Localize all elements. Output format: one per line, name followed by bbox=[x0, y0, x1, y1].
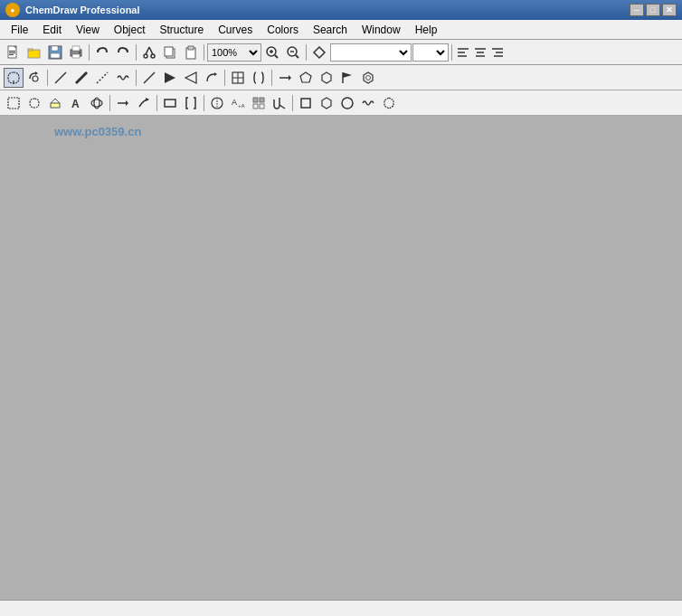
polygon-tool[interactable] bbox=[358, 68, 378, 88]
arrow-tool[interactable] bbox=[113, 93, 133, 113]
align-right-button[interactable] bbox=[489, 43, 506, 62]
bold-line-tool[interactable] bbox=[71, 68, 91, 88]
menu-search[interactable]: Search bbox=[306, 22, 355, 38]
svg-line-29 bbox=[296, 55, 298, 58]
menu-bar: File Edit View Object Structure Curves C… bbox=[0, 20, 682, 40]
zoom-select[interactable]: 100% 50% 75% 150% 200% bbox=[207, 43, 261, 62]
new-button[interactable] bbox=[4, 43, 24, 62]
zoom-in-button[interactable] bbox=[262, 43, 282, 62]
pentagon-tool[interactable] bbox=[296, 68, 316, 88]
redo-button[interactable] bbox=[113, 43, 133, 62]
sep-t3-3 bbox=[204, 95, 204, 111]
print-button[interactable] bbox=[66, 43, 86, 62]
svg-marker-85 bbox=[384, 98, 393, 109]
resize-text-tool[interactable]: A+A bbox=[228, 93, 248, 113]
svg-marker-42 bbox=[35, 71, 38, 75]
wave-tool[interactable] bbox=[358, 93, 378, 113]
svg-point-16 bbox=[144, 54, 147, 58]
separator1 bbox=[89, 44, 90, 61]
menu-file[interactable]: File bbox=[4, 22, 35, 38]
copy-button[interactable] bbox=[160, 43, 180, 62]
svg-line-19 bbox=[149, 47, 153, 54]
lasso-select-tool[interactable] bbox=[4, 68, 24, 88]
svg-marker-83 bbox=[322, 98, 331, 109]
cut-button[interactable] bbox=[139, 43, 159, 62]
rect-select-tool[interactable] bbox=[4, 93, 24, 113]
hexagon-tool[interactable] bbox=[317, 68, 336, 88]
menu-help[interactable]: Help bbox=[408, 22, 445, 38]
single-bond-tool[interactable] bbox=[139, 68, 159, 88]
size-dropdown[interactable] bbox=[412, 43, 449, 62]
svg-line-65 bbox=[55, 99, 60, 103]
svg-rect-11 bbox=[72, 46, 80, 51]
zoom-out-button[interactable] bbox=[283, 43, 303, 62]
reaction-arrow-tool[interactable] bbox=[275, 68, 295, 88]
wavy-line-tool[interactable] bbox=[113, 68, 133, 88]
menu-edit[interactable]: Edit bbox=[35, 22, 69, 38]
sep-t2-2 bbox=[136, 70, 137, 86]
svg-marker-59 bbox=[343, 72, 352, 78]
svg-line-47 bbox=[144, 72, 155, 83]
close-button[interactable]: ✕ bbox=[662, 4, 677, 16]
circle-tool[interactable] bbox=[337, 93, 357, 113]
minimize-button[interactable]: ─ bbox=[630, 4, 644, 16]
canvas-area[interactable]: www.pc0359.cn bbox=[0, 116, 682, 600]
paste-button[interactable] bbox=[181, 43, 201, 62]
menu-colors[interactable]: Colors bbox=[260, 22, 306, 38]
align-center-button[interactable] bbox=[472, 43, 488, 62]
down-wedge-tool[interactable] bbox=[181, 68, 201, 88]
hex-bracket-tool[interactable] bbox=[379, 93, 399, 113]
diamond-icon[interactable] bbox=[309, 43, 329, 62]
rect-tool[interactable] bbox=[160, 93, 180, 113]
drawing-toolbar-1 bbox=[0, 65, 682, 90]
separator5 bbox=[451, 44, 452, 61]
up-wedge-tool[interactable] bbox=[160, 68, 180, 88]
rotate-tool[interactable] bbox=[24, 68, 44, 88]
square-tool[interactable] bbox=[296, 93, 316, 113]
svg-text:A: A bbox=[232, 98, 237, 107]
bracket-tool[interactable] bbox=[249, 68, 269, 88]
open-button[interactable] bbox=[24, 43, 44, 62]
push-arrow-tool[interactable] bbox=[134, 93, 154, 113]
svg-marker-50 bbox=[214, 72, 217, 76]
app-title: ChemDraw Professional bbox=[25, 5, 630, 15]
dashed-line-tool[interactable] bbox=[92, 68, 112, 88]
menu-curves[interactable]: Curves bbox=[211, 22, 260, 38]
menu-view[interactable]: View bbox=[69, 22, 107, 38]
orbital-tool[interactable] bbox=[87, 93, 107, 113]
text-tool[interactable]: A bbox=[66, 93, 86, 113]
svg-rect-0 bbox=[8, 46, 16, 58]
attachment-tool[interactable] bbox=[270, 93, 289, 113]
save-button[interactable] bbox=[45, 43, 65, 62]
svg-point-13 bbox=[79, 52, 81, 53]
fill-grid-tool[interactable] bbox=[249, 93, 269, 113]
svg-point-43 bbox=[33, 76, 38, 81]
hexagon2-tool[interactable] bbox=[317, 93, 336, 113]
menu-structure[interactable]: Structure bbox=[153, 22, 212, 38]
svg-marker-49 bbox=[185, 72, 196, 83]
align-left-button[interactable] bbox=[455, 43, 471, 62]
svg-rect-4 bbox=[9, 54, 14, 55]
menu-object[interactable]: Object bbox=[107, 22, 153, 38]
maximize-button[interactable]: □ bbox=[646, 4, 660, 16]
lasso-tool-2[interactable] bbox=[24, 93, 44, 113]
bracket-tool-2[interactable] bbox=[181, 93, 201, 113]
line-tool[interactable] bbox=[51, 68, 71, 88]
svg-line-46 bbox=[97, 72, 108, 83]
font-dropdown[interactable] bbox=[330, 43, 412, 62]
curved-arrow-tool[interactable] bbox=[202, 68, 222, 88]
svg-point-67 bbox=[91, 100, 102, 107]
app-icon: ● bbox=[5, 3, 20, 17]
svg-line-81 bbox=[279, 105, 285, 109]
enhance-circle-tool[interactable] bbox=[207, 93, 227, 113]
svg-rect-79 bbox=[253, 104, 258, 109]
undo-button[interactable] bbox=[92, 43, 112, 62]
sep-t2-1 bbox=[47, 70, 48, 86]
eraser-tool[interactable] bbox=[45, 93, 65, 113]
svg-marker-56 bbox=[300, 72, 311, 82]
flag-tool[interactable] bbox=[337, 68, 357, 88]
svg-rect-21 bbox=[165, 47, 173, 56]
menu-window[interactable]: Window bbox=[355, 22, 408, 38]
table-tool[interactable] bbox=[228, 68, 248, 88]
status-bar bbox=[0, 600, 682, 616]
